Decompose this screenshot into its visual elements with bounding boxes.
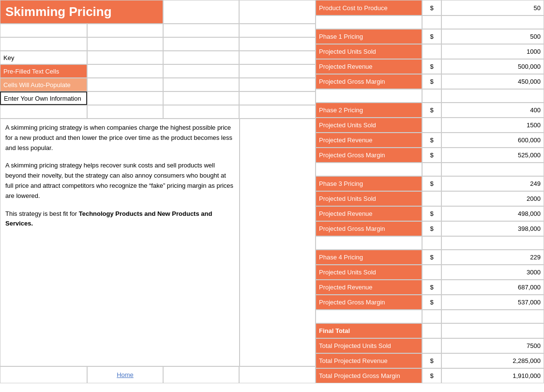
phase2-margin: 525,000 <box>441 148 544 163</box>
right-panel: Product Cost to Produce $ 50 Phase 1 Pri… <box>316 0 544 383</box>
prefilled-label: Pre-Filled Text Cells <box>0 64 87 78</box>
key-label: Key <box>0 51 87 64</box>
phase3-rev-dollar: $ <box>422 206 441 221</box>
empty-r6c2 <box>87 78 163 91</box>
left-panel: Skimming Pricing Key Pre-F <box>0 0 316 383</box>
empty-right-5 <box>316 310 544 323</box>
empty-r5c2 <box>87 64 163 78</box>
empty-cell-r1c3 <box>163 0 239 24</box>
phase4-units-label: Projected Units Sold <box>316 265 422 280</box>
phase1-units-empty <box>422 44 441 59</box>
empty-r3c4 <box>239 37 316 51</box>
row3 <box>0 37 316 51</box>
phase4-label: Phase 4 Pricing <box>316 250 422 265</box>
phase4-revenue-label: Projected Revenue <box>316 280 422 295</box>
phase3-units-empty <box>422 191 441 206</box>
autopopulate-row: Cells Will Auto-Populate <box>0 78 316 91</box>
empty-right-1 <box>316 15 544 29</box>
phase1-revenue: 500,000 <box>441 59 544 74</box>
phase4-units[interactable]: 3000 <box>441 265 544 280</box>
total-units-label: Total Projected Units Sold <box>316 338 422 353</box>
e5c2 <box>422 310 441 323</box>
phase1-dollar: $ <box>422 29 441 44</box>
phase4-units-empty <box>422 265 441 280</box>
e5c1 <box>316 310 422 323</box>
description-area: A skimming pricing strategy is when comp… <box>0 119 316 366</box>
enter-own-label: Enter Your Own Information <box>0 91 87 105</box>
total-margin-row: Total Projected Gross Margin $ 1,910,000 <box>316 368 544 383</box>
empty-home-c3 <box>163 366 239 383</box>
phase3-price[interactable]: 249 <box>441 176 544 191</box>
phase2-revenue: 600,000 <box>441 133 544 148</box>
empty-r2c4 <box>239 24 316 37</box>
row8 <box>0 105 316 119</box>
empty-r7c2 <box>87 91 163 105</box>
phase3-margin-dollar: $ <box>422 221 441 236</box>
page-title: Skimming Pricing <box>0 0 163 24</box>
e3c3 <box>441 163 544 176</box>
phase1-units-row: Projected Units Sold 1000 <box>316 44 544 59</box>
phase2-label: Phase 2 Pricing <box>316 103 422 118</box>
ft-empty2 <box>441 323 544 338</box>
ft-empty1 <box>422 323 441 338</box>
product-cost-row: Product Cost to Produce $ 50 <box>316 0 544 15</box>
e1c2 <box>422 15 441 29</box>
empty-r6c4 <box>239 78 316 91</box>
total-revenue-label: Total Projected Revenue <box>316 353 422 368</box>
empty-r2c1 <box>0 24 87 37</box>
phase3-units-label: Projected Units Sold <box>316 191 422 206</box>
phase4-rev-dollar: $ <box>422 280 441 295</box>
total-margin: 1,910,000 <box>441 368 544 383</box>
description-block: A skimming pricing strategy is when comp… <box>0 119 240 366</box>
phase1-revenue-label: Projected Revenue <box>316 59 422 74</box>
autopopulate-label: Cells Will Auto-Populate <box>0 78 87 91</box>
phase3-pricing-row: Phase 3 Pricing $ 249 <box>316 176 544 191</box>
empty-right-2 <box>316 89 544 103</box>
empty-cell-r1c4 <box>239 0 316 24</box>
home-link[interactable]: Home <box>117 371 134 378</box>
phase4-revenue: 687,000 <box>441 280 544 295</box>
title-row: Skimming Pricing <box>0 0 316 24</box>
empty-r8c1 <box>0 105 87 119</box>
phase2-dollar: $ <box>422 103 441 118</box>
phase1-units[interactable]: 1000 <box>441 44 544 59</box>
empty-r5c3 <box>163 64 239 78</box>
product-cost-value[interactable]: 50 <box>441 0 544 15</box>
empty-r4c4 <box>239 51 316 64</box>
main-layout: Skimming Pricing Key Pre-F <box>0 0 544 383</box>
empty-right-3 <box>316 163 544 176</box>
empty-r8c3 <box>163 105 239 119</box>
home-link-cell[interactable]: Home <box>87 366 163 383</box>
description-p2: A skimming pricing strategy helps recove… <box>5 161 234 201</box>
phase3-units[interactable]: 2000 <box>441 191 544 206</box>
empty-r7c3 <box>163 91 239 105</box>
e1c3 <box>441 15 544 29</box>
phase3-dollar: $ <box>422 176 441 191</box>
phase1-rev-dollar: $ <box>422 59 441 74</box>
empty-r2c2 <box>87 24 163 37</box>
final-total-row: Final Total <box>316 323 544 338</box>
e2c3 <box>441 89 544 103</box>
phase4-margin-row: Projected Gross Margin $ 537,000 <box>316 295 544 310</box>
total-units: 7500 <box>441 338 544 353</box>
key-row: Key <box>0 51 316 64</box>
left-filler <box>240 119 316 366</box>
phase2-price[interactable]: 400 <box>441 103 544 118</box>
phase2-units-row: Projected Units Sold 1500 <box>316 118 544 133</box>
phase4-price[interactable]: 229 <box>441 250 544 265</box>
phase2-units[interactable]: 1500 <box>441 118 544 133</box>
phase1-revenue-row: Projected Revenue $ 500,000 <box>316 59 544 74</box>
empty-r3c2 <box>87 37 163 51</box>
phase3-margin: 398,000 <box>441 221 544 236</box>
tu-empty <box>422 338 441 353</box>
phase1-price[interactable]: 500 <box>441 29 544 44</box>
description-p3: This strategy is best fit for Technology… <box>5 209 234 229</box>
empty-r6c3 <box>163 78 239 91</box>
empty-r7c4 <box>239 91 316 105</box>
prefilled-row: Pre-Filled Text Cells <box>0 64 316 78</box>
phase2-margin-row: Projected Gross Margin $ 525,000 <box>316 148 544 163</box>
phase2-units-label: Projected Units Sold <box>316 118 422 133</box>
phase3-margin-label: Projected Gross Margin <box>316 221 422 236</box>
phase3-units-row: Projected Units Sold 2000 <box>316 191 544 206</box>
phase3-revenue-label: Projected Revenue <box>316 206 422 221</box>
